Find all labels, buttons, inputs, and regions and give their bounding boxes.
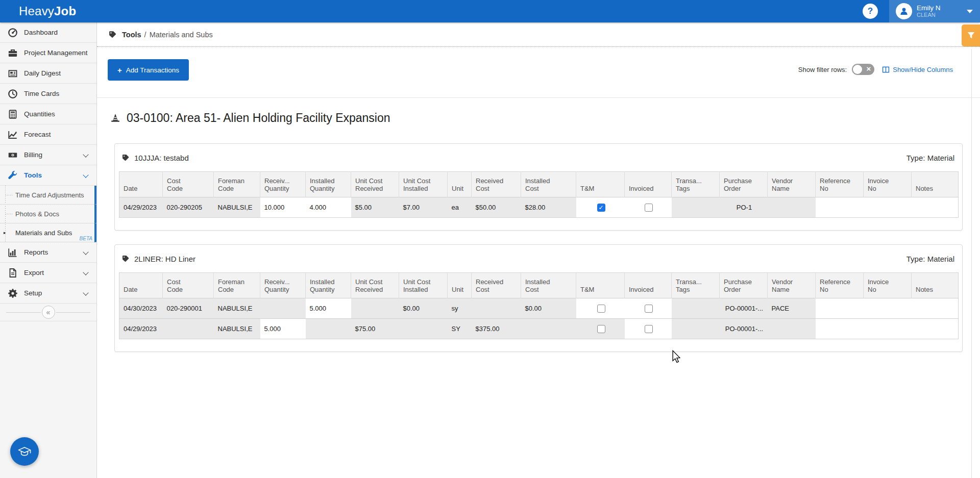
funnel-icon bbox=[967, 31, 975, 40]
breadcrumb-section[interactable]: Tools bbox=[122, 31, 141, 39]
sidebar-item-label: Billing bbox=[24, 151, 42, 159]
help-button[interactable]: ? bbox=[863, 4, 878, 19]
breadcrumb: Tools / Materials and Subs bbox=[97, 22, 980, 47]
column-header-received-quantity: Receiv...Quantity bbox=[260, 273, 306, 298]
cell-received-cost: $375.00 bbox=[472, 319, 521, 339]
cell-notes[interactable] bbox=[912, 298, 959, 319]
cell-received-quantity[interactable]: 10.000 bbox=[260, 197, 306, 218]
cell-invoice-no[interactable] bbox=[864, 298, 912, 319]
cell-date: 04/29/2023 bbox=[119, 319, 163, 339]
cell-reference-no[interactable] bbox=[816, 298, 864, 319]
material-tag-icon bbox=[121, 154, 130, 162]
sidebar-subitem-photos-docs[interactable]: Photos & Docs bbox=[0, 205, 96, 223]
sidebar: DashboardProject ManagementDaily DigestT… bbox=[0, 22, 97, 478]
column-header-invoice-no: InvoiceNo bbox=[864, 172, 912, 197]
user-company: CLEAN bbox=[917, 12, 941, 18]
sidebar-item-forecast[interactable]: Forecast bbox=[0, 124, 96, 145]
cell-invoice-no[interactable] bbox=[864, 319, 912, 339]
column-header-cost-code: CostCode bbox=[163, 172, 214, 197]
column-header-installed-cost: InstalledCost bbox=[521, 273, 576, 298]
add-transactions-button[interactable]: + Add Transactions bbox=[108, 59, 189, 81]
cell-installed-quantity[interactable]: 4.000 bbox=[306, 197, 351, 218]
sidebar-item-label: Setup bbox=[24, 289, 42, 297]
sidebar-item-daily-digest[interactable]: Daily Digest bbox=[0, 63, 96, 84]
material-card-header: 10JJJA: testabd Type: Material bbox=[121, 151, 954, 164]
training-widget-button[interactable] bbox=[10, 437, 39, 466]
cell-notes[interactable] bbox=[912, 197, 959, 218]
cell-cost-code bbox=[163, 319, 214, 339]
plus-icon: + bbox=[117, 66, 122, 74]
sidebar-subitem-time-card-adjustments[interactable]: Time Card Adjustments bbox=[0, 186, 96, 205]
cell-received-quantity[interactable]: 5.000 bbox=[260, 319, 306, 339]
cell-purchase-order: PO-1 bbox=[720, 197, 768, 218]
cell-received-quantity bbox=[260, 298, 306, 319]
cell-unit-cost-received: $75.00 bbox=[351, 319, 399, 339]
breadcrumb-separator: / bbox=[144, 31, 146, 39]
beta-badge: BETA bbox=[80, 236, 92, 241]
cell-installed-quantity bbox=[306, 319, 351, 339]
sidebar-item-label: Quantities bbox=[24, 110, 55, 118]
show-hide-columns-label: Show/Hide Columns bbox=[893, 66, 953, 73]
top-bar: HeavyJob ? Emily N CLEAN bbox=[0, 0, 980, 22]
sidebar-item-billing[interactable]: Billing bbox=[0, 145, 96, 165]
sidebar-collapse-button[interactable]: « bbox=[42, 306, 55, 319]
sidebar-item-export[interactable]: Export bbox=[0, 263, 96, 283]
cell-invoiced bbox=[625, 197, 672, 218]
sidebar-item-label: Export bbox=[24, 269, 44, 276]
invoiced-checkbox[interactable] bbox=[645, 204, 653, 212]
clock-icon bbox=[7, 88, 18, 99]
sidebar-item-quantities[interactable]: Quantities bbox=[0, 104, 96, 124]
table-controls: Show filter rows: × Show/Hide Columns bbox=[798, 64, 953, 75]
user-menu[interactable]: Emily N CLEAN bbox=[889, 0, 980, 22]
cell-reference-no[interactable] bbox=[816, 319, 864, 339]
document-icon bbox=[7, 267, 18, 278]
scrollbar-track[interactable] bbox=[971, 49, 972, 478]
show-filter-rows-toggle[interactable]: × bbox=[852, 64, 874, 75]
tm-checkbox[interactable]: ✓ bbox=[597, 204, 605, 212]
cell-invoiced bbox=[625, 298, 672, 319]
cell-unit-cost-installed bbox=[399, 319, 448, 339]
toolbar: + Add Transactions Show filter rows: × S… bbox=[97, 47, 980, 98]
cell-foreman-code: NABULSI,E bbox=[214, 197, 260, 218]
column-header-foreman-code: ForemanCode bbox=[214, 273, 260, 298]
column-header-transaction-tags: Transa...Tags bbox=[672, 172, 720, 197]
cell-cost-code: 020-290001 bbox=[163, 298, 214, 319]
tools-tag-icon bbox=[108, 30, 117, 39]
calculator-icon bbox=[7, 109, 18, 119]
cell-notes[interactable] bbox=[912, 319, 959, 339]
invoiced-checkbox[interactable] bbox=[645, 325, 653, 333]
job-title: 03-0100: Area 51- Alien Holding Facility… bbox=[127, 111, 390, 125]
column-header-tm: T&M bbox=[576, 172, 625, 197]
sidebar-subitems: Time Card AdjustmentsPhotos & Docs▸Mater… bbox=[0, 186, 96, 242]
sidebar-item-reports[interactable]: Reports bbox=[0, 242, 96, 263]
sidebar-subitem-label: Time Card Adjustments bbox=[15, 191, 84, 199]
cell-invoice-no[interactable] bbox=[864, 197, 912, 218]
material-card: 2LINER: HD Liner Type: Material DateCost… bbox=[114, 244, 963, 352]
material-type-label: Type: Material bbox=[906, 255, 954, 263]
cell-transaction-tags bbox=[672, 298, 720, 319]
tm-checkbox[interactable] bbox=[597, 305, 605, 313]
cell-installed-quantity[interactable]: 5.000 bbox=[306, 298, 351, 319]
sidebar-active-group: ToolsTime Card AdjustmentsPhotos & Docs▸… bbox=[0, 165, 96, 242]
show-hide-columns-link[interactable]: Show/Hide Columns bbox=[882, 66, 953, 73]
column-header-purchase-order: PurchaseOrder bbox=[720, 273, 768, 298]
cell-unit-cost-received: $5.00 bbox=[351, 197, 399, 218]
newspaper-icon bbox=[7, 68, 18, 79]
column-header-cost-code: CostCode bbox=[163, 273, 214, 298]
line-chart-icon bbox=[7, 129, 18, 140]
column-header-notes: Notes bbox=[912, 172, 959, 197]
invoiced-checkbox[interactable] bbox=[645, 305, 653, 313]
columns-icon bbox=[882, 66, 890, 73]
column-header-unit: Unit bbox=[448, 172, 472, 197]
sidebar-item-dashboard[interactable]: Dashboard bbox=[0, 22, 96, 43]
cell-reference-no[interactable] bbox=[816, 197, 864, 218]
sidebar-item-time-cards[interactable]: Time Cards bbox=[0, 84, 96, 104]
cell-tm: ✓ bbox=[576, 197, 625, 218]
sidebar-item-project-management[interactable]: Project Management bbox=[0, 43, 96, 63]
question-mark-icon: ? bbox=[868, 6, 873, 16]
sidebar-item-setup[interactable]: Setup bbox=[0, 283, 96, 304]
filter-button[interactable] bbox=[962, 24, 980, 46]
sidebar-item-tools[interactable]: Tools bbox=[0, 165, 96, 186]
sidebar-subitem-materials-and-subs[interactable]: ▸Materials and SubsBETA bbox=[0, 223, 96, 242]
tm-checkbox[interactable] bbox=[597, 325, 605, 333]
